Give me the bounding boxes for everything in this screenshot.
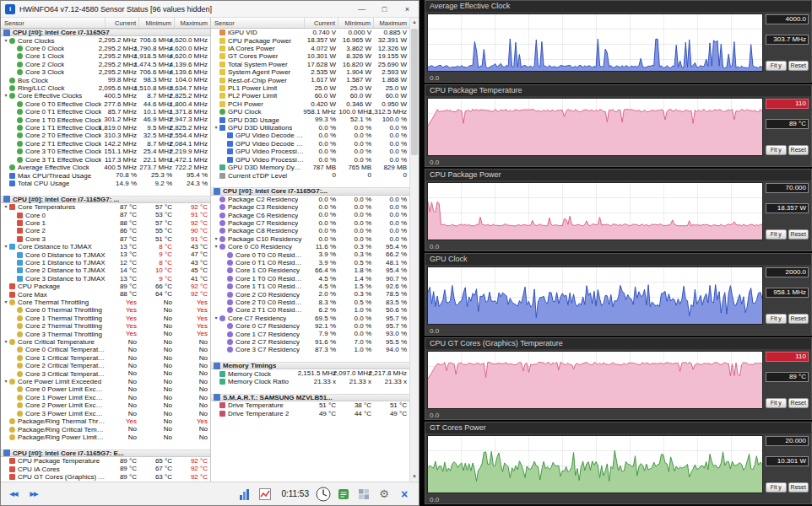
sensor-row[interactable]: Core 1 T0 C0 Residency4.5 %1.4 %90.7 %	[211, 275, 409, 283]
sensor-row[interactable]: Core 2 C7 Residency91.6 %7.0 %95.5 %	[211, 338, 409, 346]
sensor-row[interactable]: Core 1 Clock2,295.2 MHz1,918.5 MHz4,620.…	[1, 52, 210, 60]
graph-title[interactable]: Average Effective Clock	[425, 1, 811, 12]
column-header-current[interactable]: Current	[305, 18, 338, 28]
sensor-row[interactable]: CPU Package Power18.357 W16.965 W32.391 …	[211, 36, 409, 44]
sensor-row[interactable]: GPU Video Processing 1 Usage0.0 %0.0 %0.…	[211, 156, 409, 164]
sensor-row[interactable]: Core 2 T1 C0 Residency6.2 %1.0 %50.6 %	[211, 306, 409, 314]
layout-button[interactable]	[355, 485, 373, 503]
close-sensors-button[interactable]: ×	[395, 485, 414, 503]
sensor-row[interactable]: Core 0 T1 Effective Clock85.7 MHz10.1 MH…	[1, 108, 210, 116]
reset-button[interactable]: Reset	[788, 61, 809, 71]
section-header-row[interactable]: CPU [#0]: Intel Core i7-1165G7:...	[211, 187, 409, 195]
expand-arrow-icon[interactable]: ▾	[3, 338, 9, 346]
graph-title[interactable]: CPU Package Power	[425, 170, 811, 180]
expand-arrow-icon[interactable]: ▾	[3, 378, 9, 385]
sensor-row[interactable]: ▾Core Clocks2,295.2 MHz706.6 MHz4,620.0 …	[1, 36, 210, 44]
sensor-row[interactable]: Core 0 T1 C0 Residency3.9 %0.5 %48.1 %	[211, 259, 409, 266]
sensor-row[interactable]: Average Effective Clock400.5 MHz273.7 MH…	[1, 164, 210, 171]
sensor-row[interactable]: System Agent Power2.535 W1.904 W2.593 W	[211, 68, 409, 76]
sensor-row[interactable]: Package C8 Residency0.0 %0.0 %0.0 %	[211, 227, 409, 234]
vertical-scrollbar[interactable]: ▲ ▼	[409, 18, 419, 482]
sensor-row[interactable]: GPU Video Processing 0 Usage0.0 %0.0 %0.…	[211, 148, 409, 155]
sensor-row[interactable]: Ring/LLC Clock2,095.6 MHz1,510.8 MHz3,63…	[1, 84, 210, 92]
sensor-row[interactable]: Core 3 T0 Effective Clock151.1 MHz25.4 M…	[1, 148, 210, 155]
sensor-row[interactable]: GPU Video Decode 0 Usage0.0 %0.0 %0.0 %	[211, 132, 409, 139]
sensor-row[interactable]: Total CPU Usage14.9 %9.2 %24.3 %	[1, 180, 210, 187]
section-header-row[interactable]: CPU [#0]: Intel Core i7-1165G7: ...	[1, 196, 210, 203]
sensor-row[interactable]: Core 1 T1 C0 Residency4.5 %1.5 %92.6 %	[211, 283, 409, 290]
sensor-row[interactable]: ▾Core Power Limit ExceededNoNoNo	[1, 378, 210, 385]
reset-button[interactable]: Reset	[788, 398, 809, 408]
sensor-row[interactable]: ▾Package C10 Residency0.0 %0.0 %0.0 %	[211, 235, 409, 243]
graph-button[interactable]	[235, 485, 254, 503]
sensor-row[interactable]: Package C2 Residency0.0 %0.0 %0.0 %	[211, 196, 409, 203]
sensor-row[interactable]: Core 2 Clock2,295.2 MHz1,474.5 MHz4,139.…	[1, 61, 210, 68]
sensor-row[interactable]: Core 1 Power Limit ExceededNoNoNo	[1, 394, 210, 401]
sensor-row[interactable]: Core 2 T1 Effective Clock142.2 MHz8.7 MH…	[1, 140, 210, 148]
sensor-row[interactable]: Core 2 C0 Residency2.0 %0.3 %78.5 %	[211, 290, 409, 298]
sensor-row[interactable]: Core 0 Distance to TJMAX13 °C9 °C47 °C	[1, 250, 210, 258]
maximize-button[interactable]: □	[373, 1, 396, 17]
reset-button[interactable]: Reset	[788, 314, 809, 324]
scrollbar-track[interactable]	[410, 27, 419, 472]
sensor-row[interactable]: CPU GT Cores (Graphics) Tempera...89 °C6…	[1, 473, 210, 481]
sensor-row[interactable]: Memory Clock Ratio21.33 x21.33 x21.33 x	[211, 378, 409, 385]
sensor-row[interactable]: Package C6 Residency0.0 %0.0 %0.0 %	[211, 211, 409, 218]
expand-arrow-icon[interactable]: ▾	[213, 124, 219, 132]
expand-arrow-icon[interactable]: ▾	[213, 315, 219, 322]
sensor-row[interactable]: ▾GPU D3D Utilizations0.0 %0.0 %0.0 %	[211, 124, 409, 132]
sensor-row[interactable]: Core 387 °C51 °C91 °C	[1, 235, 210, 243]
sensor-row[interactable]: CPU Package89 °C66 °C92 °C	[1, 283, 210, 290]
column-header-minimum[interactable]: Minimum	[139, 18, 175, 28]
reset-button[interactable]: Reset	[788, 145, 809, 155]
expand-arrow-icon[interactable]: ▾	[3, 243, 9, 250]
graph-plot[interactable]	[427, 182, 763, 240]
y-axis-max-input[interactable]: 2000.0	[766, 267, 809, 277]
graph-plot[interactable]	[427, 13, 763, 72]
sensor-row[interactable]: ▾Core C7 Residency69.5 %0.0 %95.7 %	[211, 315, 409, 322]
sensor-row[interactable]: Core 2 T0 C0 Residency8.3 %0.5 %83.5 %	[211, 299, 409, 306]
y-axis-max-input[interactable]: 4000.0	[766, 14, 809, 24]
sensor-row[interactable]: Core 3 Thermal ThrottlingYesNoYes	[1, 330, 210, 337]
graph-title[interactable]: CPU GT Cores (Graphics) Temperature	[425, 338, 811, 349]
sensor-row[interactable]: Core 1 Distance to TJMAX12 °C8 °C43 °C	[1, 259, 210, 266]
sensor-row[interactable]: Core 2 Critical TemperatureNoNoNo	[1, 362, 210, 369]
sensor-row[interactable]: Memory Clock2,151.5 MHz2,097.0 MHz2,217.…	[211, 369, 409, 377]
sensor-row[interactable]: CPU IA Cores89 °C67 °C92 °C	[1, 465, 210, 472]
sensor-row[interactable]: Core 3 T1 Effective Clock117.3 MHz22.1 M…	[1, 156, 210, 164]
sensor-row[interactable]: Core 087 °C53 °C91 °C	[1, 211, 210, 218]
sensor-row[interactable]: CPU Package Temperature89 °C65 °C92 °C	[1, 457, 210, 465]
sensor-row[interactable]: Core 2 T0 Effective Clock310.3 MHz32.5 M…	[1, 132, 210, 139]
sensor-row[interactable]: Core 1 C0 Residency66.4 %1.8 %95.4 %	[211, 266, 409, 274]
sensor-row[interactable]: Core 3 C7 Residency87.3 %1.0 %94.0 %	[211, 346, 409, 353]
sensor-row[interactable]: GPU D3D Usage99.3 %52.1 %100.0 %	[211, 116, 409, 123]
sensor-row[interactable]: Core 0 T0 C0 Residency3.9 %0.3 %66.2 %	[211, 250, 409, 258]
clock-icon[interactable]	[314, 485, 333, 503]
sensor-row[interactable]: Package/Ring Critical TemperatureNoNoNo	[1, 425, 210, 433]
sensor-row[interactable]: Total System Power17.628 W16.820 W25.690…	[211, 61, 409, 68]
sensor-row[interactable]: PCH Power0.420 W0.346 W0.950 W	[211, 100, 409, 108]
column-header-maximum[interactable]: Maximum	[374, 18, 409, 28]
graph-title[interactable]: CPU Package Temperature	[425, 85, 811, 96]
sensor-row[interactable]: Drive Temperature 249 °C44 °C49 °C	[211, 410, 409, 417]
expand-arrow-icon[interactable]: ▾	[213, 243, 219, 250]
sensor-row[interactable]: Core 2 Thermal ThrottlingYesNoYes	[1, 322, 210, 330]
y-axis-max-input[interactable]: 70.000	[766, 183, 809, 193]
column-header-sensor[interactable]: Sensor	[1, 18, 106, 28]
logging-button[interactable]	[334, 485, 353, 503]
sensor-row[interactable]: ▾Core Critical TemperatureNoNoNo	[1, 338, 210, 346]
expand-arrow-icon[interactable]: ▾	[3, 299, 9, 306]
column-header-sensor[interactable]: Sensor	[211, 18, 305, 28]
sensor-row[interactable]: Core 3 Distance to TJMAX13 °C9 °C41 °C	[1, 275, 210, 283]
monitor-button[interactable]	[256, 485, 274, 503]
graph-plot[interactable]	[427, 98, 763, 156]
sensor-row[interactable]: Package C3 Residency0.0 %0.0 %0.0 %	[211, 203, 409, 211]
graph-plot[interactable]	[427, 351, 763, 409]
sensor-row[interactable]: Max CPU/Thread Usage70.8 %25.3 %95.4 %	[1, 171, 210, 179]
column-header-minimum[interactable]: Minimum	[338, 18, 374, 28]
column-header-maximum[interactable]: Maximum	[175, 18, 210, 28]
fit-y-button[interactable]: Fit y	[766, 482, 787, 493]
window-titlebar[interactable]: i HWiNFO64 v7.12-4580 Sensor Status [96 …	[1, 1, 419, 18]
scrollbar-down-icon[interactable]: ▼	[410, 472, 419, 482]
sensor-row[interactable]: Core Max88 °C64 °C92 °C	[1, 290, 210, 298]
